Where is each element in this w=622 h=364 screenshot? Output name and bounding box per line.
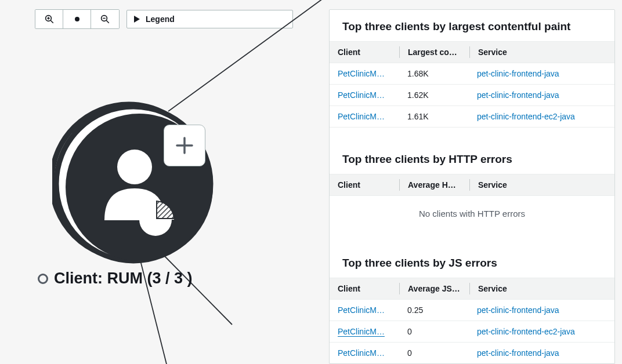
details-pane: Top three clients by largest contentful … (322, 0, 622, 364)
zoom-out-icon (100, 14, 110, 24)
legend-label: Legend (146, 14, 175, 24)
table-header-js: Client Average JS… Service (330, 278, 614, 300)
table-header-lcp: Client Largest co… Service (330, 41, 614, 63)
th-service: Service (470, 278, 614, 299)
graph-canvas-pane: Legend (0, 0, 322, 364)
zoom-in-icon (44, 14, 55, 24)
cell-service-link[interactable]: pet-clinic-frontend-ec2-java (469, 321, 614, 342)
th-service: Service (470, 42, 614, 63)
table-row: PetClinicM… 0 pet-clinic-frontend-ec2-ja… (330, 321, 614, 343)
th-metric: Average H… (400, 174, 469, 195)
metrics-panel: Top three clients by largest contentful … (329, 9, 615, 364)
fit-button[interactable] (63, 10, 91, 28)
svg-line-6 (106, 20, 109, 23)
legend-toggle-button[interactable]: Legend (126, 10, 293, 28)
cell-metric: 0 (399, 343, 469, 363)
th-metric: Largest co… (400, 42, 469, 63)
section-title-lcp: Top three clients by largest contentful … (330, 10, 614, 41)
svg-point-15 (117, 150, 152, 184)
cell-service-link[interactable]: pet-clinic-frontend-java (469, 63, 614, 84)
table-row: PetClinicM… 1.68K pet-clinic-frontend-ja… (330, 63, 614, 85)
graph-node-label: Client: RUM (3 / 3 ) (38, 270, 193, 287)
th-client: Client (330, 174, 399, 195)
cell-client-link[interactable]: PetClinicM… (330, 343, 399, 363)
cell-metric: 1.68K (399, 63, 469, 84)
table-row: PetClinicM… 1.61K pet-clinic-frontend-ec… (330, 106, 614, 128)
node-select-ring-icon (38, 274, 48, 284)
cell-client-link[interactable]: PetClinicM… (330, 85, 399, 105)
cell-service-link[interactable]: pet-clinic-frontend-java (469, 85, 614, 105)
th-client: Client (330, 278, 399, 299)
zoom-in-button[interactable] (35, 10, 63, 28)
th-metric: Average JS… (400, 278, 469, 299)
play-icon (134, 16, 140, 23)
section-title-js: Top three clients by JS errors (330, 246, 614, 278)
cell-service-link[interactable]: pet-clinic-frontend-java (469, 300, 614, 321)
cell-metric: 1.61K (399, 106, 469, 127)
plus-icon (174, 135, 195, 156)
add-node-button[interactable] (164, 125, 205, 166)
zoom-button-group (35, 9, 120, 29)
table-header-http: Client Average H… Service (330, 174, 614, 196)
svg-marker-8 (134, 16, 140, 23)
th-client: Client (330, 42, 399, 63)
table-row: PetClinicM… 0.25 pet-clinic-frontend-jav… (330, 300, 614, 321)
svg-point-4 (75, 17, 79, 21)
zoom-out-button[interactable] (91, 10, 119, 28)
cell-metric: 1.62K (399, 85, 469, 105)
cell-service-link[interactable]: pet-clinic-frontend-java (469, 343, 614, 363)
cell-metric: 0 (399, 321, 469, 342)
cell-client-link[interactable]: PetClinicM… (330, 63, 399, 84)
table-row: PetClinicM… 1.62K pet-clinic-frontend-ja… (330, 85, 614, 106)
dot-icon (74, 16, 80, 22)
cell-client-link[interactable]: PetClinicM… (330, 106, 399, 127)
empty-state-http: No clients with HTTP errors (330, 196, 614, 231)
cell-client-link[interactable]: PetClinicM… (330, 321, 399, 342)
table-row: PetClinicM… 0 pet-clinic-frontend-java (330, 343, 614, 363)
cell-metric: 0.25 (399, 300, 469, 321)
cell-client-link[interactable]: PetClinicM… (330, 300, 399, 321)
node-label-text: Client: RUM (3 / 3 ) (54, 270, 193, 287)
section-title-http: Top three clients by HTTP errors (330, 143, 614, 174)
cell-service-link[interactable]: pet-clinic-frontend-ec2-java (469, 106, 614, 127)
graph-toolbar: Legend (35, 9, 322, 29)
svg-line-1 (50, 20, 53, 23)
th-service: Service (470, 174, 614, 195)
